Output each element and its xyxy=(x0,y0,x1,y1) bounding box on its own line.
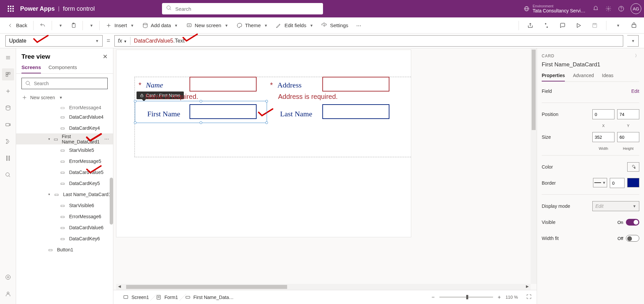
breadcrumb-form1[interactable]: Form1 xyxy=(151,292,182,302)
insert-button[interactable]: Insert▼ xyxy=(102,20,137,31)
tree-item-starvisible5[interactable]: ▭StarVisible5 xyxy=(16,144,113,156)
edit-fields-button[interactable]: Edit fields▼ xyxy=(272,20,317,31)
rail-tree-view[interactable] xyxy=(2,68,14,80)
props-tab-advanced[interactable]: Advanced xyxy=(573,73,594,81)
prop-width-fit-toggle[interactable] xyxy=(626,235,639,242)
props-tab-ideas[interactable]: Ideas xyxy=(602,73,613,81)
tree-search[interactable] xyxy=(21,78,108,89)
tree-item-more[interactable]: ⋯ xyxy=(104,136,110,142)
user-avatar[interactable]: AG xyxy=(631,3,641,14)
canvas[interactable]: Card : First Name * Name Name is require… xyxy=(116,50,411,237)
first-name-input[interactable] xyxy=(190,104,257,119)
tree-close[interactable]: ✕ xyxy=(103,53,108,60)
add-data-button[interactable]: Add data▼ xyxy=(139,20,181,31)
properties-expand-chevron[interactable]: 〉 xyxy=(635,53,639,59)
prop-field-edit[interactable]: Edit xyxy=(631,88,639,94)
tree-item-datacardvalue5[interactable]: ▭DataCardValue5 xyxy=(16,167,113,178)
prop-y-input[interactable] xyxy=(617,109,639,119)
rail-settings[interactable] xyxy=(2,271,14,283)
zoom-out[interactable]: − xyxy=(431,294,434,300)
tab-screens[interactable]: Screens xyxy=(21,64,41,73)
canvas-horizontal-scrollbar[interactable]: ◀ ▶ xyxy=(116,284,531,290)
props-tab-properties[interactable]: Properties xyxy=(542,73,565,81)
control-name[interactable]: First Name_DataCard1 xyxy=(542,61,639,68)
tree-scrollbar[interactable] xyxy=(110,178,113,225)
rail-virtual-agent[interactable] xyxy=(2,288,14,300)
tree-item-datacardvalue4[interactable]: ▭DataCardValue4 xyxy=(16,111,113,122)
tree-list[interactable]: ▭ErrorMessage4 ▭DataCardValue4 ▭DataCard… xyxy=(16,104,113,304)
zoom-in[interactable]: + xyxy=(498,294,501,300)
rail-insert[interactable] xyxy=(2,85,14,97)
formula-expand[interactable]: ▼ xyxy=(627,35,639,47)
preview-icon[interactable] xyxy=(573,19,585,32)
rail-search[interactable] xyxy=(2,169,14,181)
paste-split-chevron[interactable]: ▼ xyxy=(86,21,97,29)
prop-color-picker[interactable] xyxy=(627,162,639,172)
tree-item-last-name-datacard1[interactable]: ▾▭Last Name_DataCard1 xyxy=(16,189,113,200)
undo-button[interactable] xyxy=(36,20,49,31)
rail-tools[interactable] xyxy=(2,152,14,164)
prop-height-input[interactable] xyxy=(617,132,639,142)
tree-item-errormessage5[interactable]: ▭ErrorMessage5 xyxy=(16,156,113,167)
prop-border-color[interactable] xyxy=(627,178,639,187)
undo-split-chevron[interactable]: ▼ xyxy=(55,21,66,29)
rail-data[interactable] xyxy=(2,102,14,114)
new-screen-button[interactable]: New screen▼ xyxy=(183,20,232,31)
rail-media[interactable] xyxy=(2,119,14,131)
app-launcher-waffle[interactable] xyxy=(3,1,19,17)
back-button[interactable]: Back xyxy=(4,20,31,31)
breadcrumb-screen1[interactable]: Screen1 xyxy=(118,292,154,302)
tree-item-datacardkey6[interactable]: ▭DataCardKey6 xyxy=(16,233,113,244)
prop-border-style[interactable]: ▼ xyxy=(593,178,607,187)
tree-item-starvisible6[interactable]: ▭StarVisible6 xyxy=(16,200,113,211)
environment-picker[interactable]: Environment Tata Consultancy Servic… xyxy=(523,4,586,13)
title-separator: | xyxy=(58,6,59,12)
comments-icon[interactable] xyxy=(556,19,569,32)
global-search-input[interactable] xyxy=(175,6,319,12)
rail-flows[interactable] xyxy=(2,135,14,147)
zoom-slider[interactable] xyxy=(439,297,493,298)
help-icon[interactable] xyxy=(618,5,625,12)
prop-x-input[interactable] xyxy=(592,109,614,119)
svg-rect-43 xyxy=(124,295,128,298)
share-icon[interactable] xyxy=(524,19,536,32)
publish-icon[interactable] xyxy=(628,19,640,32)
property-selector[interactable]: Update ▼ xyxy=(5,35,103,47)
more-commands[interactable]: ⋯ xyxy=(353,20,365,31)
tab-components[interactable]: Components xyxy=(48,64,77,73)
breadcrumb-datacard[interactable]: First Name_Data… xyxy=(180,292,238,302)
prop-width-input[interactable] xyxy=(592,132,614,142)
tree-item-first-name-datacard1[interactable]: ▾▭First Name_DataCard1⋯ xyxy=(16,133,113,144)
name-label: Name xyxy=(146,81,163,89)
settings-button[interactable]: Settings xyxy=(318,20,352,31)
tree-item-errormessage6[interactable]: ▭ErrorMessage6 xyxy=(16,211,113,222)
app-checker-icon[interactable] xyxy=(540,19,552,32)
svg-point-38 xyxy=(26,81,30,85)
formula-input[interactable]: fx ▼ DataCardValue5.Text xyxy=(114,35,623,47)
prop-display-mode-label: Display mode xyxy=(542,203,570,209)
file-name[interactable]: form control xyxy=(63,5,95,12)
tree-new-screen[interactable]: New screen ▼ xyxy=(16,93,113,104)
settings-gear-icon[interactable] xyxy=(605,5,612,12)
tree-item-datacardvalue6[interactable]: ▭DataCardValue6 xyxy=(16,222,113,233)
tree-item-button1[interactable]: ▭Button1 xyxy=(16,244,113,255)
last-name-input[interactable] xyxy=(322,104,389,119)
zoom-fit[interactable] xyxy=(526,294,532,301)
prop-display-mode-select[interactable]: Edit▼ xyxy=(592,201,639,211)
tree-item-datacardkey4[interactable]: ▭DataCardKey4 xyxy=(16,122,113,133)
theme-button[interactable]: Theme▼ xyxy=(233,20,271,31)
name-input[interactable] xyxy=(190,77,257,92)
tree-item-datacardkey5[interactable]: ▭DataCardKey5 xyxy=(16,178,113,189)
save-split-chevron[interactable]: ▼ xyxy=(612,19,624,32)
global-search[interactable] xyxy=(162,3,323,14)
notifications-icon[interactable] xyxy=(592,5,599,12)
address-input[interactable] xyxy=(322,77,389,92)
paste-button[interactable] xyxy=(67,20,80,31)
tree-search-input[interactable] xyxy=(34,81,104,86)
save-icon[interactable] xyxy=(589,19,601,32)
canvas-vertical-scrollbar[interactable] xyxy=(531,48,537,284)
rail-hamburger[interactable] xyxy=(2,52,14,64)
prop-visible-toggle[interactable] xyxy=(626,219,639,226)
tree-item-errormessage4[interactable]: ▭ErrorMessage4 xyxy=(16,104,113,111)
prop-border-width[interactable] xyxy=(610,178,625,188)
